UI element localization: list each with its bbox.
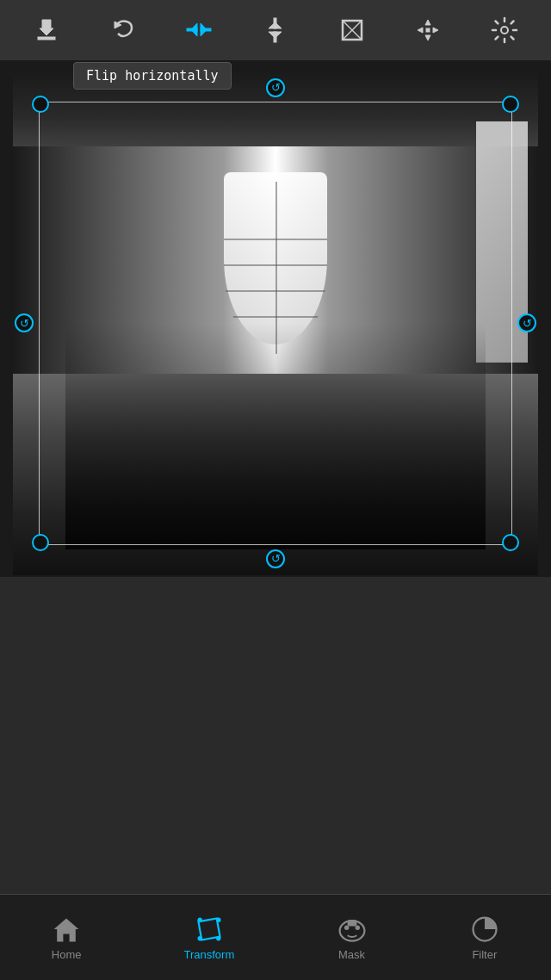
rotate-handle-right[interactable] [517, 313, 536, 332]
corner-handle-bottom-left[interactable] [32, 534, 49, 551]
svg-marker-8 [269, 22, 282, 28]
top-toolbar [0, 0, 551, 60]
photo-container[interactable] [13, 71, 538, 575]
svg-marker-15 [418, 28, 423, 33]
nav-home-label: Home [52, 948, 82, 961]
svg-point-23 [197, 936, 201, 940]
download-button[interactable] [25, 9, 68, 52]
nav-home[interactable]: Home [34, 907, 99, 968]
svg-rect-20 [198, 918, 220, 940]
undo-button[interactable] [102, 9, 145, 52]
corner-handle-top-left[interactable] [32, 96, 49, 113]
svg-rect-0 [38, 37, 55, 40]
nav-transform-label: Transform [183, 948, 234, 961]
svg-marker-4 [191, 23, 197, 36]
svg-marker-14 [425, 35, 430, 40]
svg-marker-5 [201, 23, 207, 36]
svg-marker-16 [433, 28, 438, 33]
photo-background [13, 71, 538, 575]
svg-rect-28 [347, 920, 356, 926]
flip-vertical-button[interactable] [254, 9, 297, 52]
svg-point-26 [344, 926, 349, 930]
svg-rect-17 [426, 28, 430, 32]
canvas-spacer [0, 577, 551, 877]
settings-button[interactable] [483, 9, 526, 52]
svg-point-24 [216, 936, 220, 940]
svg-marker-19 [54, 918, 79, 941]
svg-point-22 [216, 918, 220, 922]
rotate-handle-left[interactable] [15, 313, 34, 332]
svg-point-27 [355, 926, 359, 930]
nav-filter-label: Filter [472, 948, 497, 961]
rotate-handle-top[interactable] [266, 78, 285, 97]
image-area [0, 60, 551, 577]
corner-handle-bottom-right[interactable] [502, 534, 519, 551]
svg-point-18 [501, 27, 508, 34]
nav-filter[interactable]: Filter [452, 907, 517, 968]
svg-point-21 [197, 918, 201, 922]
move-button[interactable] [406, 9, 449, 52]
svg-marker-9 [269, 32, 282, 38]
svg-marker-13 [425, 20, 430, 25]
corner-handle-top-right[interactable] [502, 96, 519, 113]
crop-button[interactable] [331, 9, 374, 52]
rotate-handle-bottom[interactable] [266, 549, 285, 568]
flip-horizontal-button[interactable] [177, 9, 220, 52]
nav-mask[interactable]: Mask [319, 907, 385, 968]
bottom-navigation: Home Transform Mask Filter [0, 894, 551, 980]
nav-transform[interactable]: Transform [166, 907, 251, 968]
nav-mask-label: Mask [338, 948, 365, 961]
